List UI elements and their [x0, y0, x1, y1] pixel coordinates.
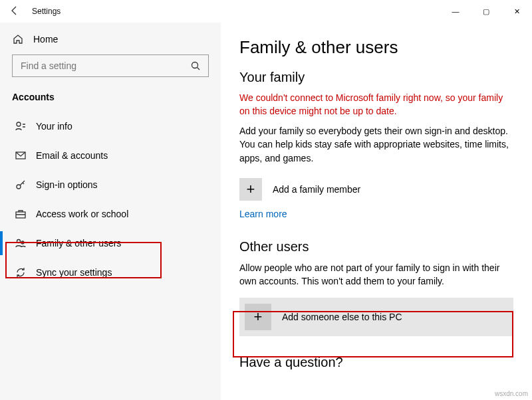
search-icon	[190, 60, 201, 71]
person-card-icon	[15, 120, 27, 132]
close-button[interactable]: ✕	[501, 0, 532, 23]
sidebar-item-label: Family & other users	[36, 238, 121, 249]
window-controls: — ▢ ✕	[440, 0, 532, 23]
main-content: Family & other users Your family We coul…	[221, 23, 532, 400]
add-family-label: Add a family member	[273, 184, 360, 195]
mail-icon	[15, 150, 27, 161]
learn-more-link[interactable]: Learn more	[239, 209, 287, 219]
svg-point-5	[17, 240, 21, 243]
family-desc: Add your family so everybody gets their …	[239, 124, 513, 165]
sidebar-item-family[interactable]: Family & other users	[12, 229, 209, 258]
svg-point-6	[21, 241, 24, 244]
home-nav-item[interactable]: Home	[12, 29, 209, 54]
sidebar-item-work-school[interactable]: Access work or school	[12, 199, 209, 229]
search-input[interactable]	[12, 54, 209, 77]
sidebar-item-label: Sync your settings	[36, 267, 112, 278]
sidebar-section-heading: Accounts	[12, 92, 209, 102]
maximize-button[interactable]: ▢	[471, 0, 501, 23]
sync-icon	[15, 266, 27, 278]
back-button[interactable]	[9, 5, 20, 18]
search-field[interactable]	[19, 60, 190, 72]
home-label: Home	[33, 34, 58, 45]
sidebar-item-signin[interactable]: Sign-in options	[12, 170, 209, 199]
plus-icon: +	[245, 304, 271, 330]
family-icon	[15, 237, 27, 249]
sidebar-item-your-info[interactable]: Your info	[12, 112, 209, 141]
window-title: Settings	[32, 7, 61, 16]
have-question-heading: Have a question?	[239, 355, 513, 370]
add-other-label: Add someone else to this PC	[282, 312, 402, 322]
sidebar-item-sync[interactable]: Sync your settings	[12, 258, 209, 287]
sidebar-item-email[interactable]: Email & accounts	[12, 141, 209, 170]
your-family-heading: Your family	[239, 70, 513, 85]
other-users-desc: Allow people who are not part of your fa…	[239, 261, 513, 288]
family-error-text: We couldn't connect to Microsoft family …	[239, 92, 513, 118]
other-users-heading: Other users	[239, 239, 513, 254]
home-icon	[12, 33, 24, 45]
sidebar-item-label: Your info	[36, 121, 72, 132]
briefcase-icon	[15, 208, 27, 220]
sidebar-item-label: Sign-in options	[36, 179, 98, 190]
key-icon	[15, 179, 27, 191]
sidebar: Home Accounts Your info Email & accounts	[0, 23, 221, 400]
titlebar: Settings — ▢ ✕	[0, 0, 532, 23]
svg-point-1	[17, 122, 21, 126]
sidebar-item-label: Access work or school	[36, 209, 128, 219]
watermark: wsxdn.com	[495, 390, 528, 397]
sidebar-item-label: Email & accounts	[36, 150, 108, 161]
svg-point-0	[192, 62, 198, 68]
add-other-user-button[interactable]: + Add someone else to this PC	[239, 298, 513, 336]
minimize-button[interactable]: —	[440, 0, 471, 23]
page-title: Family & other users	[239, 37, 513, 58]
add-family-member-button[interactable]: + Add a family member	[239, 174, 398, 205]
plus-icon: +	[239, 178, 262, 201]
